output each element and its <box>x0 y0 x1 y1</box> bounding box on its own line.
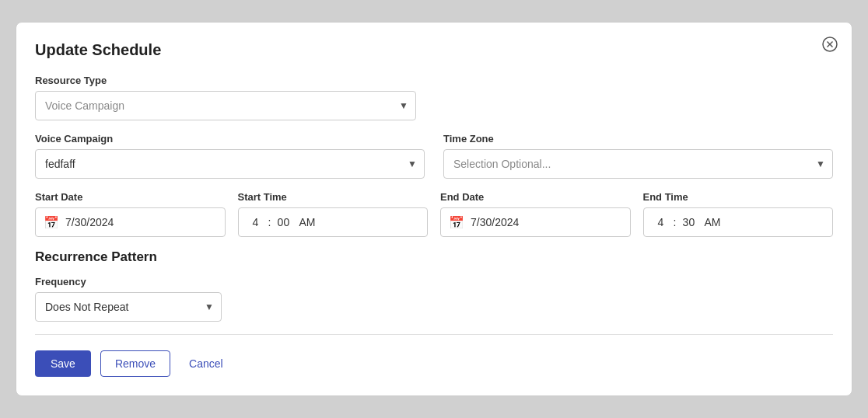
frequency-label: Frequency <box>35 276 833 287</box>
resource-type-label: Resource Type <box>35 75 833 86</box>
start-time-input[interactable]: 4 : 00 AM <box>238 207 429 237</box>
end-date-label: End Date <box>440 191 631 203</box>
end-date-group: End Date 📅 7/30/2024 <box>440 191 631 237</box>
footer-actions: Save Remove Cancel <box>35 350 833 377</box>
start-time-minute: 00 <box>275 216 291 228</box>
start-time-ampm: AM <box>299 216 315 228</box>
start-date-value: 7/30/2024 <box>65 216 114 228</box>
end-time-colon: : <box>674 216 677 228</box>
end-time-hour: 4 <box>653 216 669 228</box>
cancel-button[interactable]: Cancel <box>180 351 233 376</box>
start-time-group: Start Time 4 : 00 AM <box>238 191 429 237</box>
end-time-input[interactable]: 4 : 30 AM <box>643 207 834 237</box>
resource-type-select[interactable]: Voice Campaign Voice Campaign <box>35 91 416 120</box>
resource-type-section: Resource Type Voice Campaign Voice Campa… <box>35 75 833 120</box>
start-time-hour: 4 <box>248 216 264 228</box>
start-date-input[interactable]: 📅 7/30/2024 <box>35 207 226 237</box>
modal-title: Update Schedule <box>35 41 833 59</box>
close-button[interactable] <box>821 35 839 54</box>
voice-campaign-select[interactable]: fedfaff <box>35 149 425 179</box>
end-time-label: End Time <box>643 191 834 203</box>
start-date-label: Start Date <box>35 191 226 203</box>
update-schedule-modal: Update Schedule Resource Type Voice Camp… <box>16 22 852 396</box>
end-date-value: 7/30/2024 <box>471 216 519 228</box>
voice-campaign-timezone-row: Voice Campaign fedfaff ▼ Time Zone Selec… <box>35 133 833 179</box>
frequency-select-wrapper: Does Not Repeat Daily Weekly Monthly ▼ <box>35 292 222 322</box>
end-date-calendar-icon: 📅 <box>449 215 464 230</box>
resource-type-wrapper: Voice Campaign Voice Campaign ▼ <box>35 91 416 120</box>
start-date-group: Start Date 📅 7/30/2024 <box>35 191 226 237</box>
datetime-row: Start Date 📅 7/30/2024 Start Time 4 : 00… <box>35 191 833 237</box>
voice-campaign-group: Voice Campaign fedfaff ▼ <box>35 133 425 179</box>
end-time-minute: 30 <box>681 216 696 228</box>
end-time-ampm: AM <box>704 216 720 228</box>
start-date-calendar-icon: 📅 <box>44 215 59 230</box>
start-time-label: Start Time <box>238 191 429 203</box>
recurrence-section: Recurrence Pattern Frequency Does Not Re… <box>35 249 833 322</box>
voice-campaign-wrapper: fedfaff ▼ <box>35 149 425 179</box>
footer-divider <box>35 334 833 335</box>
timezone-group: Time Zone Selection Optional... ▼ <box>443 133 833 179</box>
recurrence-title: Recurrence Pattern <box>35 249 833 265</box>
remove-button[interactable]: Remove <box>100 350 170 377</box>
end-date-input[interactable]: 📅 7/30/2024 <box>440 207 631 237</box>
timezone-label: Time Zone <box>443 133 833 145</box>
timezone-wrapper: Selection Optional... ▼ <box>443 149 833 179</box>
save-button[interactable]: Save <box>35 350 91 377</box>
end-time-group: End Time 4 : 30 AM <box>643 191 834 237</box>
frequency-select[interactable]: Does Not Repeat Daily Weekly Monthly <box>35 292 222 322</box>
start-time-colon: : <box>268 216 271 228</box>
frequency-wrapper: Does Not Repeat Daily Weekly Monthly ▼ <box>35 292 222 322</box>
voice-campaign-label: Voice Campaign <box>35 133 425 145</box>
timezone-select[interactable]: Selection Optional... <box>443 149 833 179</box>
